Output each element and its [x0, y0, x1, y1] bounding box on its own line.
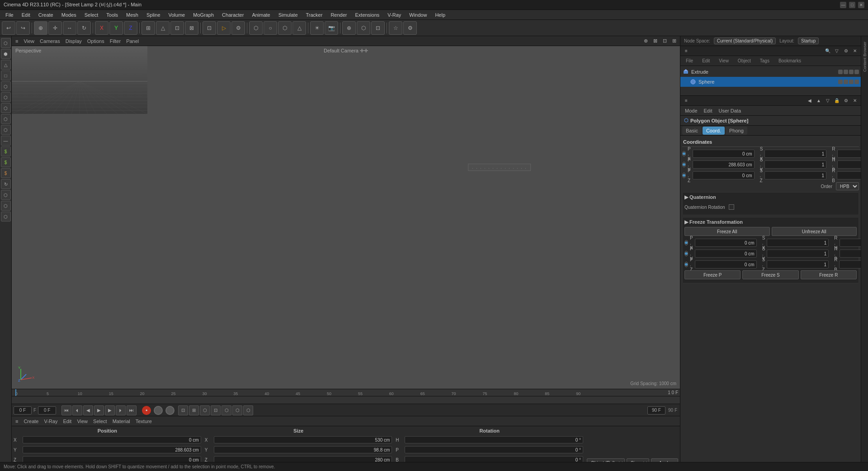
freeze-all-button[interactable]: Freeze All: [684, 227, 770, 236]
snap-settings-button[interactable]: ⚙: [403, 21, 417, 35]
mode-object-btn[interactable]: ⬡: [1, 38, 11, 48]
order-select[interactable]: HPB: [836, 182, 859, 190]
timeline-btn-1[interactable]: ⊡: [178, 405, 188, 415]
attr-mode-menu[interactable]: Mode: [682, 107, 700, 114]
menu-animate[interactable]: Animate: [248, 11, 274, 19]
tool-8[interactable]: ↻: [1, 179, 11, 189]
tab-coord[interactable]: Coord.: [703, 127, 725, 135]
freeze-px-radio[interactable]: [684, 240, 688, 245]
menu-create[interactable]: Create: [35, 11, 57, 19]
attr-pz-input[interactable]: [693, 171, 755, 179]
rotation-h-input[interactable]: [405, 436, 583, 443]
auto-key-button[interactable]: [154, 406, 163, 415]
attr-sy-input[interactable]: [764, 160, 826, 169]
vp-icon-4[interactable]: ⊞: [670, 38, 678, 44]
freeze-px-input[interactable]: [695, 239, 757, 247]
om-item-sphere[interactable]: Sphere: [680, 77, 861, 87]
menu-select[interactable]: Select: [81, 11, 102, 19]
attr-rh-input[interactable]: [837, 150, 861, 158]
object-mode-button[interactable]: ⊞: [142, 21, 155, 35]
tool-6[interactable]: $: [1, 157, 11, 167]
freeze-title[interactable]: ▶ Freeze Transformation: [684, 219, 857, 225]
menu-help[interactable]: Help: [431, 11, 449, 19]
vp-icon-1[interactable]: ⊕: [642, 38, 650, 44]
edge-mode-button[interactable]: ⊡: [170, 21, 184, 35]
sphere-button[interactable]: ○: [264, 21, 277, 35]
viewport-solo-button[interactable]: ⊡: [203, 21, 216, 35]
bottom-view[interactable]: View: [75, 419, 90, 424]
tool-9[interactable]: ⬡: [1, 190, 11, 200]
redo-button[interactable]: ↪: [16, 21, 30, 35]
attr-py-radio[interactable]: [682, 162, 686, 167]
attr-py-input[interactable]: [693, 160, 755, 169]
freeze-rb-input[interactable]: [839, 260, 861, 268]
quaternion-title[interactable]: ▶ Quaternion: [684, 194, 857, 200]
timeline-btn-7[interactable]: ⬡: [243, 405, 253, 415]
vp-menu-icon[interactable]: ≡: [14, 38, 20, 44]
attr-pz-radio[interactable]: [682, 173, 686, 178]
vp-filter[interactable]: Filter: [108, 38, 123, 44]
freeze-sx-input[interactable]: [767, 239, 829, 247]
mode-point-btn[interactable]: □: [1, 71, 11, 80]
menu-edit[interactable]: Edit: [18, 11, 34, 19]
freeze-pz-input[interactable]: [695, 260, 757, 268]
tool-10[interactable]: ⬡: [1, 201, 11, 211]
next-keyframe-button[interactable]: ▶: [105, 405, 115, 415]
vp-panel[interactable]: Panel: [124, 38, 141, 44]
freeze-sy-input[interactable]: [767, 250, 829, 258]
bottom-select[interactable]: Select: [91, 419, 109, 424]
vp-view[interactable]: View: [22, 38, 36, 44]
attr-sx-input[interactable]: [764, 150, 826, 158]
freeze-s-button[interactable]: Freeze S: [742, 270, 798, 279]
cube-button[interactable]: ⬡: [249, 21, 263, 35]
undo-button[interactable]: ↩: [2, 21, 15, 35]
render-button[interactable]: ▷: [217, 21, 231, 35]
timeline-btn-3[interactable]: ⬡: [200, 405, 210, 415]
tool-3[interactable]: ⬡: [1, 114, 11, 124]
mode-edge-btn[interactable]: ⬢: [1, 49, 11, 59]
position-y-input[interactable]: [23, 446, 201, 453]
menu-tools[interactable]: Tools: [103, 11, 122, 19]
menu-extensions[interactable]: Extensions: [351, 11, 383, 19]
unfreeze-all-button[interactable]: Unfreeze All: [772, 227, 857, 236]
vp-cameras[interactable]: Cameras: [38, 38, 62, 44]
axis-z-button[interactable]: Z: [124, 21, 137, 35]
om-file-menu[interactable]: File: [682, 57, 697, 64]
attr-userdata-menu[interactable]: User Data: [716, 107, 744, 114]
render-settings-button[interactable]: ⚙: [231, 21, 245, 35]
attr-close-btn[interactable]: ✕: [851, 97, 859, 105]
menu-window[interactable]: Window: [406, 11, 430, 19]
menu-mograph[interactable]: MoGraph: [189, 11, 217, 19]
goto-end-button[interactable]: ⏭: [127, 405, 137, 415]
tool-2[interactable]: ⬡: [1, 103, 11, 113]
start-frame-input[interactable]: [38, 406, 56, 414]
timeline-btn-2[interactable]: ⊞: [189, 405, 199, 415]
rotate-button[interactable]: ↻: [77, 21, 91, 35]
attr-up-btn[interactable]: ▲: [815, 97, 823, 105]
menu-mesh[interactable]: Mesh: [123, 11, 142, 19]
size-x-input[interactable]: [214, 436, 392, 443]
timeline-keyframe-strip[interactable]: [12, 396, 680, 404]
tab-basic[interactable]: Basic: [682, 127, 702, 135]
attr-lock-btn[interactable]: 🔒: [833, 97, 841, 105]
cone-button[interactable]: △: [292, 21, 306, 35]
om-close-icon[interactable]: ✕: [851, 47, 859, 55]
position-x-input[interactable]: [23, 436, 201, 443]
om-view-menu[interactable]: View: [715, 57, 732, 64]
vp-display[interactable]: Display: [64, 38, 84, 44]
content-browser-tab[interactable]: Content Browser: [862, 38, 868, 75]
menu-tracker[interactable]: Tracker: [302, 11, 326, 19]
node-space-value[interactable]: Current (Standard/Physical): [714, 38, 776, 44]
menu-simulate[interactable]: Simulate: [275, 11, 302, 19]
om-tags-menu[interactable]: Tags: [756, 57, 773, 64]
menu-render[interactable]: Render: [327, 11, 350, 19]
extrude-dot-1[interactable]: [838, 70, 843, 74]
attr-filter-btn[interactable]: ▽: [824, 97, 832, 105]
bottom-vray[interactable]: V-Ray: [42, 419, 59, 424]
viewport[interactable]: Perspective Default Camera ✛✛ Grid Spaci…: [12, 46, 680, 389]
size-y-input[interactable]: [214, 446, 392, 453]
freeze-r-button[interactable]: Freeze R: [801, 270, 857, 279]
freeze-p-button[interactable]: Freeze P: [684, 270, 741, 279]
menu-modes[interactable]: Modes: [58, 11, 80, 19]
sphere-dot-4[interactable]: [854, 80, 859, 84]
